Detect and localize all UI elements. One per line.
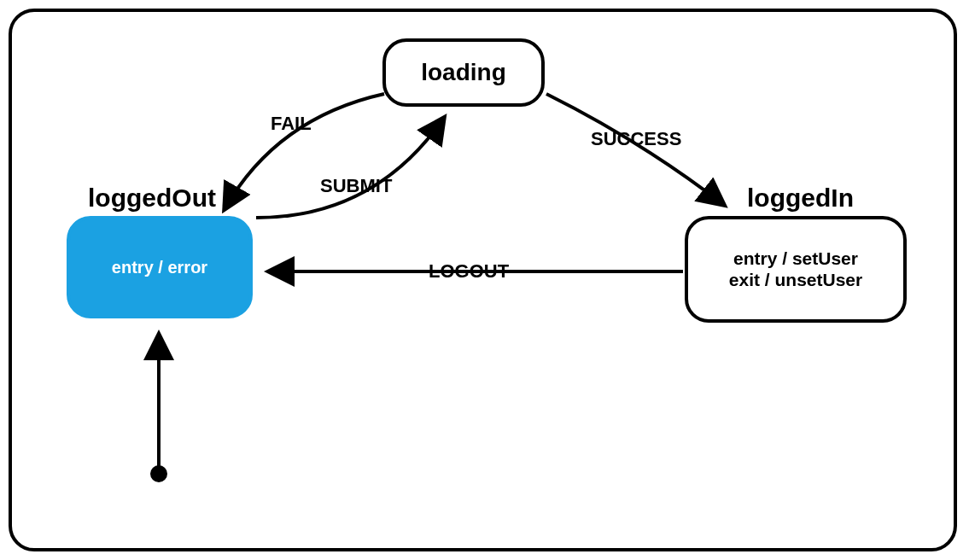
state-loggedin-body: entry / setUser exit / unsetUser bbox=[729, 248, 862, 289]
state-node-loading: loading bbox=[382, 38, 545, 107]
state-title-loggedout: loggedOut bbox=[88, 184, 216, 213]
state-loggedout-body: entry / error bbox=[112, 258, 207, 277]
transition-label-logout: LOGOUT bbox=[425, 260, 512, 283]
transition-label-fail: FAIL bbox=[267, 113, 315, 135]
transition-label-submit: SUBMIT bbox=[317, 175, 395, 197]
state-title-loggedin: loggedIn bbox=[747, 184, 854, 213]
state-node-loggedin: entry / setUser exit / unsetUser bbox=[685, 216, 907, 323]
state-loading-label: loading bbox=[421, 59, 506, 86]
transition-label-success: SUCCESS bbox=[587, 128, 685, 150]
state-diagram: loading loggedOut entry / error loggedIn… bbox=[0, 0, 969, 560]
state-node-loggedout: entry / error bbox=[67, 216, 253, 318]
state-loggedin-body-line2: exit / unsetUser bbox=[729, 270, 862, 290]
state-loggedin-body-line1: entry / setUser bbox=[729, 248, 862, 269]
